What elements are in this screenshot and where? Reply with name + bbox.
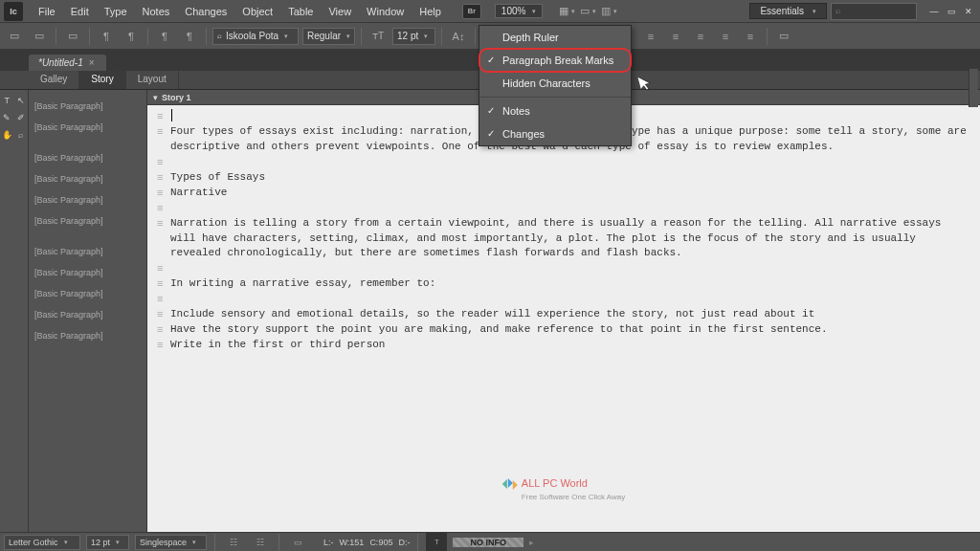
dd-notes[interactable]: Notes (479, 99, 631, 122)
para-style-item[interactable]: [Basic Paragraph] (29, 325, 146, 346)
dd-depth-ruler[interactable]: Depth Ruler (479, 26, 631, 49)
font-family-field[interactable]: ⌕Iskoola Pota (212, 28, 299, 45)
tab-story[interactable]: Story (79, 71, 125, 89)
para-style-item[interactable]: [Basic Paragraph] (29, 283, 146, 304)
sb-font[interactable]: Letter Gothic (4, 535, 80, 550)
sb-word: W:151 (340, 538, 365, 547)
tb-icon-1[interactable]: ▭ (4, 27, 25, 46)
tb-icon-end[interactable]: ▭ (773, 27, 794, 46)
position-tool[interactable]: ↖ (14, 92, 29, 109)
search-input[interactable]: ⌕ (831, 3, 917, 20)
watermark: ALL PC World Free Software One Click Awa… (502, 476, 625, 503)
sb-arrow-right[interactable]: ▸ (529, 538, 534, 547)
leading-icon[interactable]: A↕ (448, 27, 469, 46)
eyedropper-tool[interactable]: ✐ (14, 109, 29, 126)
tb-icon-5[interactable]: ¶ (121, 27, 142, 46)
dd-separator (479, 97, 631, 98)
menu-type[interactable]: Type (97, 0, 135, 23)
sb-icon-3[interactable]: ▭ (287, 533, 308, 552)
view-options-dropdown: Depth Ruler Paragraph Break Marks Hidden… (479, 25, 632, 146)
document-tab[interactable]: *Untitled-1 × (29, 55, 106, 71)
menu-changes[interactable]: Changes (177, 0, 234, 23)
arrange-icon[interactable]: ▥ (598, 2, 619, 21)
tb-icon-2[interactable]: ▭ (29, 27, 50, 46)
menu-edit[interactable]: Edit (63, 0, 97, 23)
align-justify2-icon[interactable]: ≡ (690, 27, 711, 46)
para-style-item[interactable]: [Basic Paragraph] (29, 168, 146, 189)
menu-file[interactable]: File (31, 0, 63, 23)
align-justify4-icon[interactable]: ≡ (740, 27, 761, 46)
screen-mode-icon[interactable]: ▦ (556, 2, 577, 21)
zoom-tool[interactable]: ⌕ (14, 126, 29, 143)
paragraph-style-panel: [Basic Paragraph] [Basic Paragraph] [Bas… (29, 90, 147, 532)
toolbox: T↖ ✎✐ ✋⌕ (0, 90, 29, 532)
menu-window[interactable]: Window (359, 0, 412, 23)
sb-depth: D:- (398, 538, 410, 547)
zoom-level[interactable]: 100% (495, 4, 544, 18)
align-justify3-icon[interactable]: ≡ (715, 27, 736, 46)
menu-view[interactable]: View (321, 0, 359, 23)
para-style-item[interactable]: [Basic Paragraph] (29, 304, 146, 325)
hand-tool[interactable]: ✋ (0, 126, 14, 143)
right-panel-toggle[interactable] (969, 69, 978, 107)
align-justify-icon[interactable]: ≡ (665, 27, 686, 46)
sb-char: C:905 (369, 538, 392, 547)
para-style-item[interactable]: [Basic Paragraph] (29, 147, 146, 168)
sb-spacing[interactable]: Singlespace (135, 535, 207, 550)
type-tool[interactable]: T (0, 92, 14, 109)
tb-icon-6[interactable]: ¶ (154, 27, 175, 46)
story-editor: ▾ Story 1 ≡ ≡Four types of essays exist … (147, 90, 980, 532)
maximize-button[interactable]: ▭ (944, 5, 959, 18)
search-icon: ⌕ (835, 6, 840, 15)
menubar: Ic File Edit Type Notes Changes Object T… (0, 0, 980, 23)
close-button[interactable]: ✕ (961, 5, 976, 18)
collapse-icon[interactable]: ▾ (153, 93, 158, 102)
statusbar: Letter Gothic 12 pt Singlespace ☷ ☷ ▭ L:… (0, 532, 980, 551)
close-tab-icon[interactable]: × (89, 57, 95, 68)
font-style-field[interactable]: Regular (302, 28, 355, 45)
sb-icon-t[interactable]: T (426, 533, 447, 552)
para-style-item[interactable]: [Basic Paragraph] (29, 189, 146, 210)
minimize-button[interactable]: — (926, 5, 942, 18)
menu-notes[interactable]: Notes (135, 0, 178, 23)
tb-icon-3[interactable]: ▭ (62, 27, 83, 46)
note-tool[interactable]: ✎ (0, 109, 14, 126)
tb-icon-4[interactable]: ¶ (96, 27, 117, 46)
dd-changes[interactable]: Changes (479, 122, 631, 145)
dd-paragraph-break-marks[interactable]: Paragraph Break Marks (479, 49, 631, 72)
tab-galley[interactable]: Galley (29, 71, 79, 89)
logo-icon (502, 476, 518, 492)
bridge-icon[interactable]: Br (462, 4, 481, 19)
para-style-item[interactable]: [Basic Paragraph] (29, 96, 146, 117)
menu-table[interactable]: Table (280, 0, 321, 23)
story-body[interactable]: ≡ ≡Four types of essays exist including:… (147, 105, 980, 532)
view-options-icon[interactable]: ▭ (577, 2, 598, 21)
para-style-item[interactable]: [Basic Paragraph] (29, 241, 146, 262)
sb-size[interactable]: 12 pt (86, 535, 129, 550)
sb-icon-1[interactable]: ☷ (223, 533, 244, 552)
menu-help[interactable]: Help (412, 0, 449, 23)
sb-line: L:- (323, 538, 334, 547)
sb-noinfo: NO INFO (453, 538, 523, 547)
font-size-icon: ᴛT (368, 27, 389, 46)
para-style-item[interactable]: [Basic Paragraph] (29, 210, 146, 231)
workspace-switcher[interactable]: Essentials (749, 3, 827, 19)
dd-hidden-characters[interactable]: Hidden Characters (479, 72, 631, 95)
tab-layout[interactable]: Layout (126, 71, 179, 89)
app-icon: Ic (4, 2, 23, 21)
align-right-icon[interactable]: ≡ (640, 27, 661, 46)
para-style-item[interactable]: [Basic Paragraph] (29, 262, 146, 283)
font-size-field[interactable]: 12 pt (392, 28, 435, 45)
menu-object[interactable]: Object (234, 0, 280, 23)
para-style-item[interactable]: [Basic Paragraph] (29, 117, 146, 138)
sb-icon-2[interactable]: ☷ (250, 533, 271, 552)
tb-icon-7[interactable]: ¶ (179, 27, 200, 46)
